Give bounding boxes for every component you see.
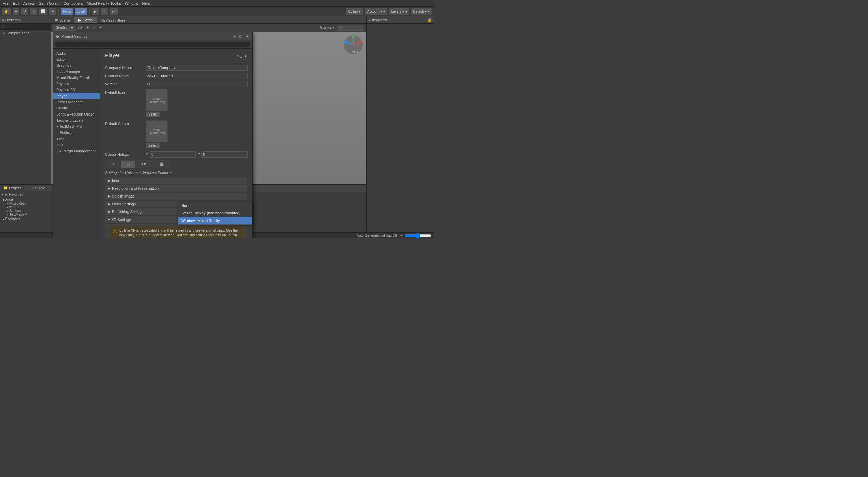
fx-toggle[interactable]: ✦ <box>98 25 103 30</box>
company-name-input[interactable] <box>146 65 248 71</box>
sdk-windows-mixed-reality[interactable]: Windows Mixed Reality <box>178 217 252 224</box>
move-tool[interactable]: ✛ <box>12 8 20 15</box>
tab-console[interactable]: ⊞ Console <box>24 185 48 191</box>
2d-toggle[interactable]: 2D <box>76 25 83 30</box>
step-button[interactable]: ⏭ <box>110 8 118 15</box>
menu-window[interactable]: Window <box>125 1 138 5</box>
layers-dropdown[interactable]: Layers ▾ <box>389 8 410 15</box>
tab-game[interactable]: ▶ Game <box>74 17 97 23</box>
project-settings-modal: ⚙ Project Settings – □ ✕ <box>53 32 253 239</box>
sidebar-physics[interactable]: Physics <box>53 81 100 87</box>
sidebar-time[interactable]: Time <box>53 136 100 142</box>
sidebar-preset-manager[interactable]: Preset Manager <box>53 99 100 105</box>
brightness-slider[interactable] <box>404 233 431 239</box>
sidebar-editor[interactable]: Editor <box>53 56 100 62</box>
brightness-icon: ☀ <box>400 234 403 237</box>
scene-content: Persp ⚙ Project Settings – □ ✕ <box>51 32 366 239</box>
resolution-section[interactable]: ▶ Resolution and Presentation <box>105 185 248 192</box>
sdk-stereo-display[interactable]: Stereo Display (non head-mounted) <box>178 209 252 217</box>
tree-scenes[interactable]: ▸ Scenes <box>7 209 49 213</box>
modal-maximize[interactable]: □ <box>238 34 243 39</box>
inspector-lock[interactable]: 🔒 <box>427 18 432 22</box>
play-button[interactable]: ▶ <box>92 8 99 15</box>
cursor-select-button[interactable]: Select <box>146 143 160 148</box>
modal-minimize[interactable]: – <box>232 34 237 39</box>
sidebar-quality[interactable]: Quality <box>53 105 100 111</box>
icon-select-button[interactable]: Select <box>146 112 160 117</box>
sidebar-vfx[interactable]: VFX <box>53 142 100 148</box>
sidebar-physics-2d[interactable]: Physics 2D <box>53 87 100 93</box>
settings-icon[interactable]: ≡ <box>240 55 242 59</box>
sidebar-textmesh-settings[interactable]: Settings <box>53 130 100 136</box>
sidebar-audio[interactable]: Audio <box>53 50 100 56</box>
settings-search-input[interactable] <box>55 42 250 47</box>
hotspot-y-input[interactable] <box>201 151 248 158</box>
platform-tab-windows[interactable]: ⊞ <box>121 160 135 168</box>
platform-tab-ios[interactable]: iOS <box>136 160 153 168</box>
layout-dropdown[interactable]: Default ▾ <box>411 8 432 15</box>
hierarchy-item-samplescene[interactable]: ▶ SampleScene <box>0 30 51 36</box>
sidebar-xr-plugin[interactable]: XR Plugin Management <box>53 148 100 154</box>
menu-component[interactable]: Component <box>63 1 83 5</box>
tree-textmesh[interactable]: ▸ TextMesh P <box>7 213 49 216</box>
platform-tab-android[interactable]: 🤖 <box>154 160 170 168</box>
multi-tool[interactable]: ✦ <box>49 8 56 15</box>
star-icon[interactable]: ★ <box>5 193 8 196</box>
tree-packages[interactable]: ▸ Packages <box>3 217 49 221</box>
sidebar-script-execution[interactable]: Script Execution Order <box>53 111 100 117</box>
add-icon[interactable]: + <box>1 193 3 196</box>
more-icon[interactable]: ⋮ <box>244 55 248 59</box>
menu-edit[interactable]: Edit <box>13 1 19 5</box>
other-arrow: ▶ <box>108 202 111 206</box>
help-icon[interactable]: ? <box>237 55 239 59</box>
product-name-input[interactable] <box>146 73 248 79</box>
sidebar-tags-layers[interactable]: Tags and Layers <box>53 117 100 123</box>
xr-warning-text: Built-in XR is deprecated and will be re… <box>119 228 240 239</box>
version-input[interactable] <box>146 81 248 87</box>
splash-section[interactable]: ▶ Splash Image <box>105 192 248 200</box>
tab-project[interactable]: 📁 Project <box>0 185 24 191</box>
rect-tool[interactable]: ⬜ <box>39 8 47 15</box>
collab-button[interactable]: Collab ▾ <box>345 8 363 15</box>
hand-tool[interactable]: ✋ <box>2 8 11 15</box>
xr-warning: ⚠ Built-in XR is deprecated and will be … <box>110 226 243 239</box>
gizmos-button[interactable]: Gizmos ▾ <box>319 25 336 30</box>
pivot-button[interactable]: Pivot <box>61 8 73 15</box>
modal-close[interactable]: ✕ <box>244 34 250 39</box>
sidebar-player[interactable]: Player <box>53 93 100 99</box>
local-button[interactable]: Local <box>74 8 87 15</box>
sdk-none[interactable]: None <box>178 202 252 209</box>
scene-search[interactable] <box>337 25 364 31</box>
menu-file[interactable]: File <box>3 1 9 5</box>
light-toggle[interactable]: ☀ <box>85 25 91 30</box>
sidebar-graphics[interactable]: Graphics <box>53 62 100 68</box>
shaded-dropdown[interactable]: Shaded <box>53 25 75 31</box>
menu-mixed-reality[interactable]: Mixed Reality Toolkit <box>87 1 121 5</box>
pause-button[interactable]: ⏸ <box>100 8 108 15</box>
tab-scene[interactable]: ⊞ Scene <box>51 17 74 23</box>
modal-overlay: ⚙ Project Settings – □ ✕ <box>51 32 366 239</box>
tree-mixedreali[interactable]: ▸ MixedReali <box>7 202 49 205</box>
default-cursor-row: Default Cursor None(Texture 2D) Select <box>105 120 248 148</box>
menu-help[interactable]: Help <box>142 1 150 5</box>
uwp-label: Settings for Universal Windows Platform <box>105 171 248 175</box>
rotate-tool[interactable]: ↺ <box>21 8 28 15</box>
platform-tab-desktop[interactable]: 🖥 <box>105 160 120 168</box>
hierarchy-search[interactable] <box>0 24 51 30</box>
cursor-hotspot-label: Cursor Hotspot <box>105 152 146 157</box>
hotspot-x-input[interactable] <box>150 151 196 158</box>
scale-tool[interactable]: ⤡ <box>30 8 37 15</box>
menu-gameobject[interactable]: GameObject <box>39 1 60 5</box>
sidebar-input-manager[interactable]: Input Manager <box>53 68 100 75</box>
sidebar-textmesh-pro[interactable]: ▾ TextMesh Pro <box>53 123 100 130</box>
tab-asset-store[interactable]: 🛍 Asset Store <box>97 17 130 23</box>
sidebar-mixed-reality-toolkit[interactable]: Mixed Reality Toolkit <box>53 75 100 81</box>
menu-assets[interactable]: Assets <box>23 1 35 5</box>
tree-mrtk[interactable]: ▸ MRTK <box>7 205 49 209</box>
tree-assets[interactable]: ▾ Assets <box>3 198 49 202</box>
audio-toggle[interactable]: ♪ <box>92 25 96 30</box>
tabs-bar: ⊞ Scene ▶ Game 🛍 Asset Store <box>51 16 366 24</box>
modal-titlebar: ⚙ Project Settings – □ ✕ <box>53 32 252 40</box>
icon-section[interactable]: ▶ Icon <box>105 177 248 184</box>
account-dropdown[interactable]: Account ▾ <box>365 8 388 15</box>
